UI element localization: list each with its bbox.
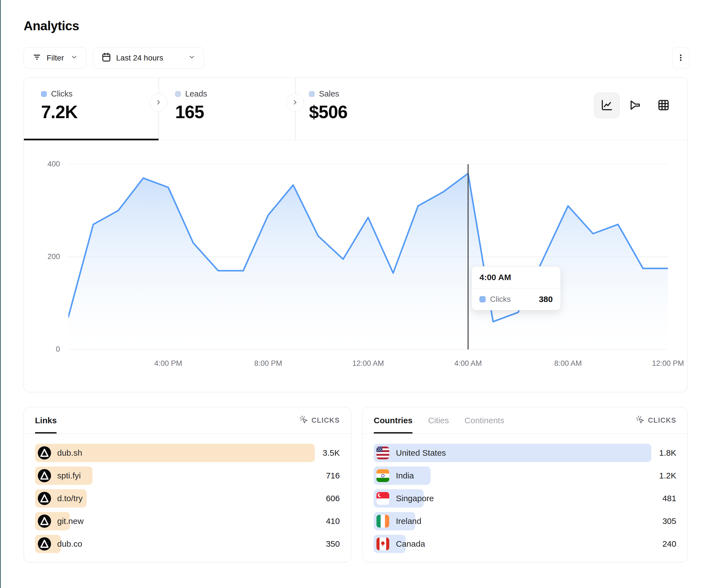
dub-logo-icon [38, 446, 51, 459]
us-flag-icon [376, 447, 389, 459]
stats-tabs-row: Clicks 7.2K Leads 165 Sales $506 [24, 78, 687, 140]
cursor-click-icon [636, 415, 645, 426]
country-row[interactable]: India1.2K [374, 467, 676, 485]
calendar-icon [102, 52, 111, 64]
row-label: dub.co [57, 539, 82, 549]
tab-cities[interactable]: Cities [428, 407, 449, 433]
chevron-right-icon [292, 99, 299, 107]
tab-leads[interactable]: Leads 165 [158, 78, 295, 140]
sg-flag-icon [376, 492, 389, 505]
more-options-button[interactable] [672, 47, 689, 69]
link-row[interactable]: git.new410 [35, 512, 340, 530]
ca-flag-icon [376, 538, 389, 550]
chart-canvas[interactable] [68, 164, 668, 349]
country-row[interactable]: Ireland305 [374, 512, 676, 530]
row-label: Ireland [396, 516, 422, 526]
sales-legend-square [309, 91, 315, 97]
filter-button[interactable]: Filter [24, 47, 86, 69]
clicks-area-chart[interactable]: 0200400 4:00 PM8:00 PM12:00 AM4:00 AM8:0… [24, 140, 687, 392]
india-flag-icon [376, 469, 389, 482]
links-tab-label: Links [35, 416, 57, 425]
dub-logo-icon [38, 537, 51, 550]
chevron-right-icon [155, 99, 162, 107]
dub-logo-icon [38, 469, 51, 482]
dub-logo-icon [38, 492, 51, 505]
chart-view-toggles [594, 93, 676, 118]
area-fill [68, 173, 668, 349]
tab-clicks[interactable]: Clicks 7.2K [24, 78, 158, 140]
toolbar: Filter Last 24 hours [24, 47, 689, 69]
filter-icon [32, 52, 42, 64]
row-value: 305 [663, 516, 676, 526]
dub-logo-icon [38, 446, 51, 459]
country-row[interactable]: United States1.8K [374, 444, 676, 462]
line-chart-icon [601, 99, 613, 112]
row-value: 1.8K [659, 448, 676, 458]
funnel-view-button[interactable] [622, 93, 648, 118]
tooltip-value: 380 [539, 295, 553, 304]
tab-countries[interactable]: Countries [374, 407, 413, 433]
row-value: 606 [326, 494, 340, 503]
countries-card: Countries Cities Continents CLICKS U [362, 407, 688, 562]
expand-leads-button[interactable] [150, 94, 167, 112]
table-view-button[interactable] [651, 93, 676, 118]
kebab-icon [676, 53, 685, 63]
ireland-flag-icon [376, 515, 389, 527]
countries-metric-label: CLICKS [648, 416, 676, 424]
x-axis-label: 8:00 PM [254, 359, 282, 368]
y-axis-label: 0 [29, 345, 60, 354]
tooltip-time: 4:00 AM [472, 267, 561, 289]
row-label: spti.fyi [57, 471, 81, 480]
links-metric-selector[interactable]: CLICKS [299, 415, 340, 426]
date-range-label: Last 24 hours [116, 53, 163, 62]
links-list: dub.sh3.5Kspti.fyi716d.to/try606git.new4… [24, 434, 351, 553]
country-row[interactable]: Singapore481 [374, 489, 676, 507]
row-label: Singapore [396, 494, 434, 503]
dub-logo-icon [38, 537, 51, 550]
row-value: 240 [663, 539, 676, 549]
countries-tab-label: Countries [374, 416, 413, 425]
link-row[interactable]: d.to/try606 [35, 489, 340, 507]
link-row[interactable]: spti.fyi716 [35, 467, 340, 485]
tab-links[interactable]: Links [35, 407, 57, 433]
analytics-page: Analytics Filter Last 24 hours [0, 0, 711, 562]
clicks-legend-square [479, 296, 486, 302]
window-edge [0, 0, 1, 588]
dub-logo-icon [38, 469, 51, 482]
row-value: 350 [326, 539, 340, 549]
clicks-tab-label: Clicks [51, 89, 72, 98]
link-row[interactable]: dub.sh3.5K [35, 444, 340, 462]
page-title: Analytics [24, 18, 689, 33]
tab-continents[interactable]: Continents [465, 407, 504, 433]
tooltip-series-label: Clicks [490, 295, 511, 304]
country-row[interactable]: Canada240 [374, 535, 676, 553]
singapore-flag-icon [376, 492, 389, 505]
clicks-value: 7.2K [41, 102, 158, 122]
x-axis-label: 12:00 AM [352, 359, 384, 368]
row-value: 716 [326, 471, 340, 480]
y-axis-label: 400 [29, 160, 60, 168]
row-value: 481 [663, 494, 676, 503]
row-value: 3.5K [323, 448, 340, 458]
leads-tab-label: Leads [185, 89, 207, 98]
countries-metric-selector[interactable]: CLICKS [636, 415, 676, 426]
row-value: 410 [326, 516, 340, 526]
continents-tab-label: Continents [465, 416, 504, 425]
expand-sales-button[interactable] [286, 94, 304, 112]
dub-logo-icon [38, 515, 51, 528]
x-axis-label: 4:00 PM [154, 359, 182, 368]
chart-tooltip: 4:00 AM Clicks 380 [471, 266, 561, 310]
table-grid-icon [658, 99, 670, 112]
row-label: Canada [396, 539, 425, 549]
countries-list: United States1.8KIndia1.2KSingapore481Ir… [363, 434, 687, 553]
in-flag-icon [376, 469, 389, 482]
leads-legend-square [175, 91, 181, 97]
funnel-icon [629, 99, 641, 112]
row-label: d.to/try [57, 494, 83, 503]
line-chart-view-button[interactable] [594, 93, 620, 118]
row-label: dub.sh [57, 448, 82, 458]
chevron-down-icon [70, 53, 78, 63]
link-row[interactable]: dub.co350 [35, 535, 340, 553]
analytics-chart-card: Clicks 7.2K Leads 165 Sales $506 [24, 77, 688, 392]
date-range-button[interactable]: Last 24 hours [93, 47, 204, 69]
